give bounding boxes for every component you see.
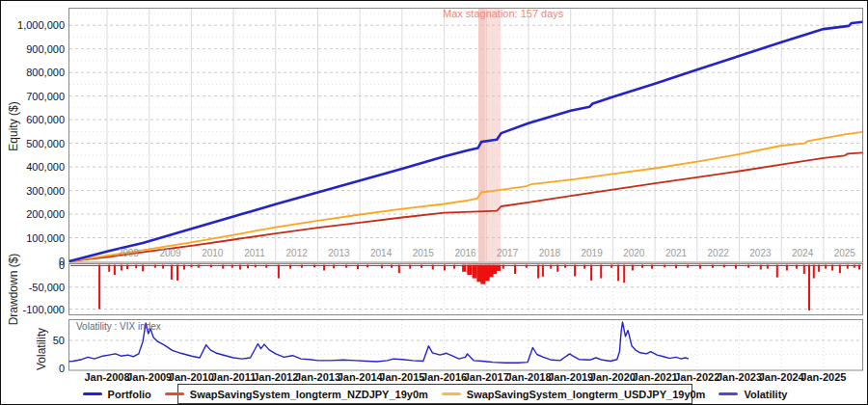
drawdown-bar (222, 265, 224, 269)
drawdown-bar (556, 265, 558, 272)
drawdown-bar (712, 265, 714, 268)
drawdown-bar (381, 265, 383, 269)
drawdown-ytick-label: -50,000 (29, 282, 65, 293)
equity-ytick-label: 300,000 (26, 185, 65, 197)
drawdown-bar (473, 265, 477, 279)
drawdown-bar (574, 265, 576, 277)
bottom-axis-label: Jan-2015 (379, 371, 424, 383)
drawdown-bar (444, 265, 446, 271)
drawdown-bar (114, 265, 116, 275)
drawdown-bar (858, 265, 860, 270)
drawdown-bar (210, 265, 212, 268)
equity-year-label: 2010 (202, 248, 224, 258)
bottom-axis-label: Jan-2011 (211, 371, 256, 383)
drawdown-bar (357, 265, 359, 270)
drawdown-bar (391, 265, 393, 268)
legend-line-swatch (165, 392, 184, 395)
equity-year-label: 2024 (792, 248, 814, 258)
drawdown-bar (664, 265, 665, 268)
drawdown-bar (480, 265, 485, 284)
equity-axis-title: Equity ($) (7, 101, 20, 150)
drawdown-bar (854, 265, 855, 268)
legend-item: Volatility (719, 389, 787, 400)
drawdown-bar (550, 265, 552, 269)
drawdown-bar (231, 265, 233, 268)
bottom-axis-label: Jan-2017 (464, 371, 509, 383)
equity-ytick-label: 700,000 (26, 91, 65, 102)
bottom-axis-label: Jan-2009 (126, 371, 172, 383)
drawdown-bar (493, 265, 497, 275)
stagnation-band-stripe (478, 9, 485, 262)
drawdown-bar (796, 265, 798, 269)
drawdown-bar (265, 265, 267, 268)
drawdown-bar (409, 265, 411, 269)
drawdown-bar (183, 265, 185, 270)
drawdown-bar (198, 265, 200, 268)
bottom-axis-label: Jan-2008 (84, 371, 129, 383)
equity-ytick-label: 800,000 (26, 67, 65, 78)
legend-label: Volatility (744, 389, 787, 400)
drawdown-bar (623, 265, 625, 284)
equity-year-label: 2008 (118, 248, 140, 258)
drawdown-ytick-label: 0 (59, 259, 65, 271)
drawdown-bar (526, 265, 528, 268)
drawdown-bar (135, 265, 137, 269)
equity-year-label: 2020 (623, 248, 645, 258)
drawdown-bar (432, 265, 434, 270)
bottom-axis-label: Jan-2021 (633, 371, 678, 383)
drawdown-bar (839, 265, 841, 274)
drawdown-bar (735, 265, 737, 269)
drawdown-bar (542, 265, 544, 277)
equity-year-label: 2014 (370, 248, 393, 258)
drawdown-bar (98, 265, 100, 310)
legend-label: Portfolio (108, 389, 151, 400)
drawdown-bar (333, 265, 335, 269)
drawdown-bar (687, 265, 689, 268)
equity-year-label: 2009 (159, 248, 181, 258)
bottom-axis-label: Jan-2022 (674, 371, 719, 383)
equity-ytick-label: 1,000,000 (17, 19, 65, 31)
drawdown-bar (502, 265, 504, 269)
equity-year-label: 2023 (749, 248, 772, 258)
backtest-chart-figure: 1,000,000900,000800,000700,000600,000500… (0, 0, 868, 405)
drawdown-bar (289, 265, 291, 269)
drawdown-bar (497, 265, 501, 271)
equity-year-label: 2015 (413, 248, 435, 258)
drawdown-bar (610, 265, 612, 268)
eq-panel (69, 9, 863, 263)
drawdown-bar (808, 265, 810, 310)
drawdown-bar (583, 265, 585, 269)
drawdown-bar (776, 265, 778, 278)
drawdown-ytick-label: -100,000 (23, 304, 65, 315)
legend-label: SwapSavingSystem_longterm_NZDJPY_19y0m (190, 389, 428, 400)
equity-year-label: 2019 (581, 248, 603, 258)
legend-line-swatch (83, 392, 102, 395)
legend-label: SwapSavingSystem_longterm_USDJPY_19y0m (467, 389, 706, 400)
drawdown-bar (747, 265, 749, 268)
drawdown-bar (171, 265, 173, 280)
drawdown-bar (301, 265, 303, 268)
bottom-axis-label: Jan-2023 (717, 371, 762, 383)
drawdown-bar (831, 265, 833, 271)
drawdown-bar (345, 265, 347, 268)
vol-panel (69, 320, 863, 371)
bottom-axis-label: Jan-2020 (590, 371, 636, 383)
drawdown-bar (760, 265, 762, 270)
drawdown-bar (453, 265, 455, 269)
drawdown-bar (255, 265, 257, 268)
legend-item: SwapSavingSystem_longterm_USDJPY_19y0m (442, 389, 706, 400)
volatility-ytick-label: 50 (53, 335, 65, 346)
drawdown-bar (632, 265, 634, 271)
drawdown-bar (767, 265, 769, 269)
equity-ytick-label: 900,000 (26, 43, 65, 55)
drawdown-bar (323, 265, 325, 271)
bottom-axis-label: Jan-2018 (505, 371, 551, 383)
drawdown-bar (154, 265, 156, 268)
drawdown-bar (366, 265, 368, 268)
drawdown-bar (564, 265, 566, 268)
drawdown-bar (723, 265, 725, 268)
bottom-axis-label: Jan-2010 (169, 371, 214, 383)
drawdown-bar (514, 265, 516, 275)
equity-ytick-label: 200,000 (26, 208, 65, 220)
drawdown-bar (813, 265, 815, 279)
